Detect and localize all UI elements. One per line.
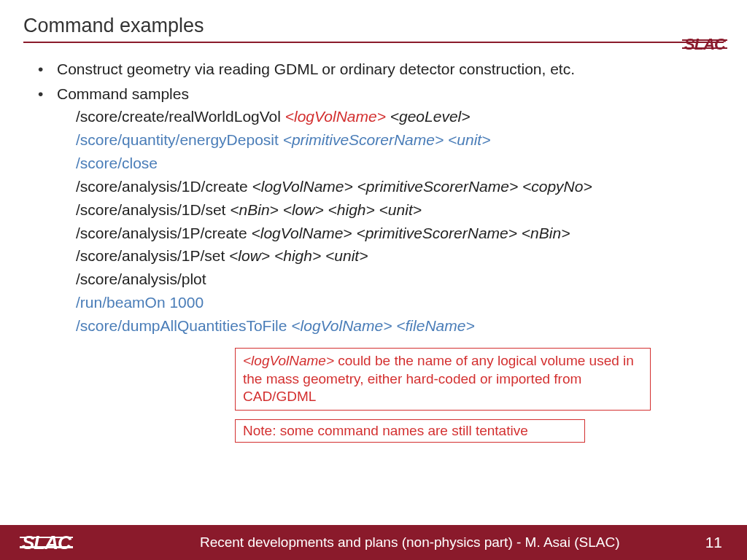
slac-logo-footer: SLAC bbox=[22, 532, 71, 554]
bullet-1: Construct geometry via reading GDML or o… bbox=[38, 58, 718, 81]
cmd-4: /score/analysis/1D/create <logVolName> <… bbox=[76, 175, 718, 198]
content-area: Construct geometry via reading GDML or o… bbox=[0, 49, 747, 560]
cmd-9: /run/beamOn 1000 bbox=[76, 291, 718, 314]
slide-title: Command examples bbox=[23, 15, 724, 37]
slac-logo-top: SLAC bbox=[684, 35, 725, 54]
cmd-5: /score/analysis/1D/set <nBin> <low> <hig… bbox=[76, 198, 718, 222]
note-box-1: <logVolName> could be the name of any lo… bbox=[235, 348, 651, 411]
cmd-10: /score/dumpAllQuantitiesToFile <logVolNa… bbox=[76, 314, 718, 338]
cmd-1: /score/create/realWorldLogVol <logVolNam… bbox=[76, 105, 718, 128]
cmd-2: /score/quantity/energyDeposit <primitive… bbox=[76, 128, 718, 152]
footer-text: Recent developments and plans (non-physi… bbox=[71, 534, 705, 551]
page-number: 11 bbox=[705, 534, 722, 551]
cmd-6: /score/analysis/1P/create <logVolName> <… bbox=[76, 222, 718, 245]
footer-bar: SLAC Recent developments and plans (non-… bbox=[0, 525, 747, 560]
cmd-7: /score/analysis/1P/set <low> <high> <uni… bbox=[76, 244, 718, 268]
title-rule bbox=[23, 42, 724, 43]
cmd-3: /score/close bbox=[76, 152, 718, 175]
note-box-2: Note: some command names are still tenta… bbox=[235, 419, 585, 443]
cmd-8: /score/analysis/plot bbox=[76, 268, 718, 291]
bullet-2: Command samples /score/create/realWorldL… bbox=[38, 82, 718, 338]
